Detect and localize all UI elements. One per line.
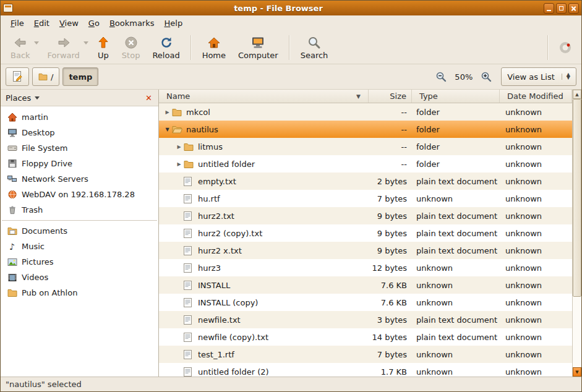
close-button[interactable] xyxy=(568,3,579,14)
scroll-down-icon[interactable] xyxy=(573,367,581,377)
file-date: unknown xyxy=(500,229,572,238)
menu-edit[interactable]: Edit xyxy=(29,17,54,30)
table-row[interactable]: untitled folder (2) 1.7 KB unknown unkno… xyxy=(159,363,572,377)
text-file-icon xyxy=(184,229,196,238)
zoom-out-button[interactable] xyxy=(433,69,449,85)
table-row[interactable]: hurz3 12 bytes unknown unknown xyxy=(159,259,572,276)
menu-bookmarks[interactable]: Bookmarks xyxy=(105,17,160,30)
forward-history-dropdown-icon[interactable] xyxy=(83,41,88,45)
menu-help[interactable]: Help xyxy=(160,17,188,30)
computer-icon xyxy=(250,35,265,50)
table-row-selected[interactable]: nautilus -- folder unknown xyxy=(159,121,572,138)
column-header-date-modified[interactable]: Date Modified xyxy=(500,90,572,103)
computer-button[interactable]: Computer xyxy=(232,34,285,61)
sidebar-item-webdav[interactable]: WebDAV on 192.168.178.28 xyxy=(1,187,158,202)
scroll-up-icon[interactable] xyxy=(573,90,581,99)
zoom-in-button[interactable] xyxy=(478,69,494,85)
search-button[interactable]: Search xyxy=(294,34,335,61)
file-date: unknown xyxy=(500,177,572,186)
close-sidebar-icon[interactable] xyxy=(144,93,153,103)
table-row[interactable]: newfile.txt 3 bytes plain text document … xyxy=(159,311,572,328)
sidebar-item-home[interactable]: martin xyxy=(1,109,158,125)
table-row[interactable]: empty.txt 2 bytes plain text document un… xyxy=(159,173,572,190)
forward-button[interactable]: Forward xyxy=(41,34,86,61)
sidebar-item-floppy[interactable]: Floppy Drive xyxy=(1,156,158,171)
file-name: INSTALL xyxy=(198,281,230,290)
sidebar-item-videos[interactable]: Videos xyxy=(1,270,158,285)
text-file-icon xyxy=(184,194,196,203)
table-row[interactable]: hu.rtf 7 bytes unknown unknown xyxy=(159,190,572,207)
search-icon xyxy=(307,35,321,50)
column-header-size[interactable]: Size xyxy=(369,90,412,103)
menu-file[interactable]: File xyxy=(6,17,29,30)
file-date: unknown xyxy=(500,194,572,203)
file-size: 14 bytes xyxy=(369,333,412,342)
table-row[interactable]: mkcol -- folder unknown xyxy=(159,103,572,121)
scrollbar-trough[interactable] xyxy=(573,99,581,367)
edit-location-button[interactable] xyxy=(6,67,29,86)
root-path-button[interactable]: / xyxy=(32,67,59,86)
file-type: folder xyxy=(412,125,500,134)
back-history-dropdown-icon[interactable] xyxy=(34,41,39,45)
up-button[interactable]: Up xyxy=(91,34,116,61)
current-path-button[interactable]: temp xyxy=(62,67,98,86)
menu-view[interactable]: View xyxy=(54,17,83,30)
reload-button[interactable]: Reload xyxy=(146,34,186,61)
file-size: 2 bytes xyxy=(369,177,412,186)
file-date: unknown xyxy=(500,263,572,273)
minimize-button[interactable] xyxy=(544,3,554,14)
file-date: unknown xyxy=(500,298,572,307)
sidebar-item-documents[interactable]: Documents xyxy=(1,223,158,239)
sidebar-item-pictures[interactable]: Pictures xyxy=(1,254,158,270)
text-file-icon xyxy=(184,367,196,377)
home-icon xyxy=(207,35,221,50)
column-header-type[interactable]: Type xyxy=(412,90,500,103)
file-type: folder xyxy=(412,160,500,169)
view-mode-label: View as List xyxy=(507,72,555,82)
menu-go[interactable]: Go xyxy=(83,17,105,30)
expander-icon[interactable] xyxy=(163,109,172,115)
network-icon xyxy=(7,174,17,184)
table-row[interactable]: newfile (copy).txt 14 bytes plain text d… xyxy=(159,328,572,346)
back-button[interactable]: Back xyxy=(4,34,36,61)
view-mode-combo[interactable]: View as List xyxy=(501,67,576,86)
column-header-name[interactable]: Name xyxy=(159,90,369,103)
file-size: 9 bytes xyxy=(369,211,412,221)
table-row[interactable]: test_1.rtf 7 bytes unknown unknown xyxy=(159,346,572,363)
expander-icon[interactable] xyxy=(163,127,172,132)
expander-icon[interactable] xyxy=(174,144,184,150)
file-type: plain text document xyxy=(412,177,500,186)
file-name: nautilus xyxy=(186,125,218,134)
table-row[interactable]: litmus -- folder unknown xyxy=(159,138,572,155)
sidebar-item-desktop[interactable]: Desktop xyxy=(1,125,158,140)
folder-icon xyxy=(184,160,196,168)
text-file-icon xyxy=(184,350,196,359)
home-button[interactable]: Home xyxy=(196,34,232,61)
vertical-scrollbar[interactable] xyxy=(572,90,581,377)
file-size: 9 bytes xyxy=(369,246,412,255)
zoom-level: 50% xyxy=(452,72,475,82)
table-row[interactable]: untitled folder -- folder unknown xyxy=(159,155,572,173)
maximize-button[interactable] xyxy=(556,3,567,14)
sidebar-item-network[interactable]: Network Servers xyxy=(1,171,158,187)
zoom-in-icon xyxy=(481,71,492,82)
expander-icon[interactable] xyxy=(174,161,184,167)
file-type: unknown xyxy=(412,263,500,273)
table-row[interactable]: INSTALL 7.6 KB unknown unknown xyxy=(159,276,572,294)
table-row[interactable]: hurz2 x.txt 9 bytes plain text document … xyxy=(159,242,572,259)
stop-button[interactable]: Stop xyxy=(116,34,147,61)
toolbar-separator xyxy=(547,35,549,60)
table-row[interactable]: hurz2 (copy).txt 9 bytes plain text docu… xyxy=(159,224,572,242)
sidebar-item-pub[interactable]: Pub on Athlon xyxy=(1,285,158,300)
file-date: unknown xyxy=(500,142,572,151)
table-row[interactable]: INSTALL (copy) 7.6 KB unknown unknown xyxy=(159,294,572,311)
file-size: 9 bytes xyxy=(369,229,412,238)
titlebar[interactable]: temp - File Browser xyxy=(1,1,581,15)
file-name: hu.rtf xyxy=(198,194,220,203)
places-selector[interactable]: Places xyxy=(6,93,40,103)
sidebar-item-music[interactable]: Music xyxy=(1,239,158,254)
table-row[interactable]: hurz2.txt 9 bytes plain text document un… xyxy=(159,207,572,224)
sidebar-item-trash[interactable]: Trash xyxy=(1,202,158,218)
sidebar-item-filesystem[interactable]: File System xyxy=(1,140,158,156)
scrollbar-thumb[interactable] xyxy=(573,99,581,297)
